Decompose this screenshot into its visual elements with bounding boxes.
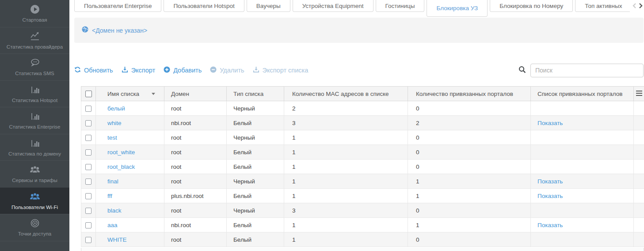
cell-type: Черный	[227, 174, 284, 189]
minus-circle-icon	[210, 66, 217, 74]
list-name-link[interactable]: белый	[107, 105, 125, 112]
row-checkbox[interactable]	[85, 179, 91, 185]
row-checkbox[interactable]	[85, 135, 91, 141]
cell-type: Белый	[227, 145, 284, 160]
cell-mac-count: 1	[284, 232, 408, 247]
tab-label: Блокировка УЗ	[436, 5, 478, 11]
list-name-link[interactable]: black	[107, 207, 122, 214]
search-input[interactable]	[530, 64, 644, 77]
sidebar-item-label: Стартовая	[20, 17, 49, 23]
cell-type: Черный	[227, 130, 284, 145]
tab-hotels[interactable]: Гостиницы	[376, 0, 425, 12]
cell-portal-count: 2	[408, 116, 531, 130]
tab-label: Блокировка по Номеру	[499, 3, 563, 9]
tab-block-accounts[interactable]: Блокировка УЗ	[427, 0, 488, 17]
tab-equipment[interactable]: Устройства Equipment	[293, 0, 373, 12]
wifi-icon	[29, 249, 41, 251]
show-portals-link[interactable]: Показать	[537, 222, 563, 228]
sidebar-item-partial[interactable]	[0, 241, 69, 251]
show-portals-link[interactable]: Показать	[537, 178, 563, 185]
cell-portal-count: 0	[408, 145, 531, 160]
show-portals-link[interactable]: Показать	[537, 120, 563, 126]
list-name-link[interactable]: test	[107, 134, 117, 141]
tab-top-active[interactable]: Топ активных	[575, 0, 632, 12]
list-name-link[interactable]: root_white	[107, 149, 135, 156]
cell-type: Белый	[227, 189, 284, 203]
row-checkbox[interactable]	[85, 193, 91, 199]
list-name-link[interactable]: fff	[107, 193, 112, 199]
cell-portal-count: 0	[408, 232, 531, 247]
cell-domain: root	[164, 232, 227, 247]
bar-chart-icon	[30, 138, 40, 148]
sidebar-item-wifi-users[interactable]: Пользователи Wi-Fi	[0, 187, 69, 214]
export-list-button[interactable]: Экспорт списка	[253, 66, 309, 74]
list-name-link[interactable]: white	[107, 120, 122, 126]
row-checkbox[interactable]	[85, 164, 91, 170]
row-checkbox[interactable]	[85, 149, 91, 156]
col-header-mac-count[interactable]: Количество MAC адресов в списке	[292, 91, 389, 97]
cell-mac-count: 3	[284, 116, 408, 130]
list-name-link[interactable]: root_black	[107, 164, 135, 170]
row-checkbox[interactable]	[85, 222, 91, 228]
cell-mac-count: 1	[284, 160, 408, 174]
main-content: Пользователи Enterprise Пользователи Hot…	[69, 0, 644, 251]
cell-domain: root	[164, 101, 227, 116]
toolbar: Обновить Экспорт Добавить Удалить Экспор…	[74, 63, 644, 77]
row-checkbox[interactable]	[85, 120, 91, 126]
tab-bar: Пользователи Enterprise Пользователи Hot…	[69, 0, 644, 18]
col-header-type[interactable]: Тип списка	[233, 91, 263, 97]
row-checkbox[interactable]	[85, 106, 91, 112]
play-circle-icon	[30, 4, 40, 15]
cell-portal-count: 1	[408, 218, 531, 232]
domain-not-set-link[interactable]: <Домен не указан>	[92, 27, 147, 34]
table-row: test root Черный 1 0	[81, 130, 644, 145]
list-name-link[interactable]: aaa	[107, 222, 118, 228]
list-name-link[interactable]: WHITE	[107, 236, 127, 243]
sidebar-item-domain-stats[interactable]: Статистика по домену	[0, 134, 69, 161]
sidebar-item-start[interactable]: Стартовая	[0, 0, 69, 27]
sidebar-item-access-points[interactable]: Точки доступа	[0, 214, 69, 241]
search-zone	[518, 64, 644, 77]
tab-vouchers[interactable]: Ваучеры	[247, 0, 290, 12]
cell-domain: root	[164, 160, 227, 174]
tab-users-enterprise[interactable]: Пользователи Enterprise	[74, 0, 161, 12]
select-all-checkbox[interactable]	[85, 91, 92, 97]
cell-portal-count: 1	[408, 174, 531, 189]
plus-circle-icon	[164, 66, 170, 74]
export-icon	[253, 66, 259, 74]
sidebar-item-label: Статистика провайдера	[5, 44, 65, 50]
table-row: black root Черный 3 0	[81, 203, 644, 218]
sidebar-item-provider-stats[interactable]: Статистика провайдера	[0, 27, 69, 54]
delete-button[interactable]: Удалить	[210, 66, 244, 74]
cell-mac-count: 1	[284, 218, 408, 232]
table-row: white nbi.root Белый 3 2 Показать	[81, 116, 644, 130]
globe-icon	[82, 26, 88, 34]
sidebar-item-sms-stats[interactable]: Статистика SMS	[0, 53, 69, 80]
sidebar-item-enterprise-stats[interactable]: Статистика Enterprise	[0, 107, 69, 134]
col-header-portal-list[interactable]: Список привязанных порталов	[537, 91, 622, 97]
list-name-link[interactable]: final	[107, 178, 118, 185]
hamburger-icon[interactable]	[636, 91, 642, 97]
add-button[interactable]: Добавить	[164, 66, 202, 74]
cell-domain: root	[164, 145, 227, 160]
row-checkbox[interactable]	[85, 208, 91, 214]
sidebar-item-hotspot-stats[interactable]: Статистика Hotspot	[0, 80, 69, 107]
table-row: WHITE root Белый 1 0	[81, 232, 644, 247]
caret-down-icon[interactable]	[152, 93, 155, 95]
cell-portal-count: 0	[408, 203, 531, 218]
sidebar-item-services-tariffs[interactable]: Сервисы и тарифы	[0, 160, 69, 187]
chevron-left-icon[interactable]	[632, 3, 637, 11]
col-header-portal-count[interactable]: Количество привязанных порталов	[416, 91, 513, 97]
refresh-button[interactable]: Обновить	[74, 66, 113, 74]
export-button[interactable]: Экспорт	[122, 66, 155, 74]
chevron-right-icon[interactable]	[638, 3, 643, 11]
row-checkbox[interactable]	[85, 237, 91, 243]
table-header-row: Имя списка Домен Тип списка Количество M…	[81, 87, 644, 101]
tab-users-hotspot[interactable]: Пользователи Hotspot	[164, 0, 244, 12]
show-portals-link[interactable]: Показать	[537, 193, 563, 199]
table-row: fff plus.nbi.root Белый 1 1 Показать	[81, 189, 644, 203]
col-header-domain[interactable]: Домен	[171, 91, 189, 97]
tab-block-by-number[interactable]: Блокировка по Номеру	[490, 0, 573, 12]
col-header-name[interactable]: Имя списка	[107, 91, 139, 97]
tab-label: Пользователи Enterprise	[84, 3, 152, 9]
